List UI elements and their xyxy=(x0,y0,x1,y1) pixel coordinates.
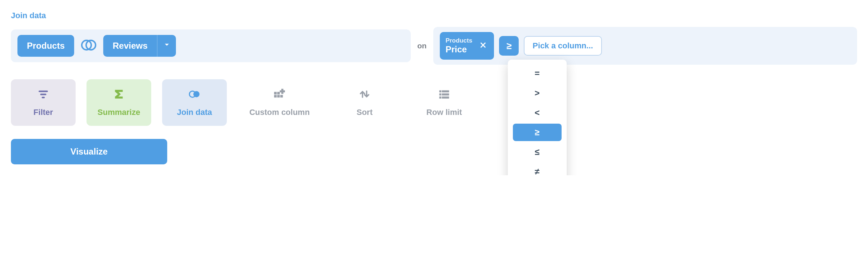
section-title: Join data xyxy=(11,11,857,20)
source-right-table-label: Reviews xyxy=(113,41,148,51)
sort-tile[interactable]: Sort xyxy=(332,79,397,126)
svg-rect-18 xyxy=(439,97,441,98)
svg-rect-19 xyxy=(442,97,449,98)
svg-rect-15 xyxy=(442,91,449,92)
svg-rect-10 xyxy=(277,95,280,97)
list-icon xyxy=(438,88,450,103)
operator-option-neq[interactable]: ≠ xyxy=(513,163,562,175)
join-condition-panel: Products Price ≥ Pick a column... = > < … xyxy=(433,27,857,65)
svg-rect-11 xyxy=(281,95,283,97)
condition-right-column-picker[interactable]: Pick a column... xyxy=(524,36,602,56)
row-limit-tile-label: Row limit xyxy=(426,108,462,117)
summarize-tile-label: Summarize xyxy=(97,108,140,117)
join-data-tile-label: Join data xyxy=(177,108,212,117)
pick-column-placeholder: Pick a column... xyxy=(533,41,593,51)
join-on-label: on xyxy=(417,41,427,50)
venn-icon xyxy=(81,37,97,55)
svg-rect-17 xyxy=(442,94,449,95)
operator-option-lte[interactable]: ≤ xyxy=(513,143,562,161)
svg-rect-9 xyxy=(274,95,277,97)
source-right-dropdown-button[interactable] xyxy=(157,35,176,57)
venn-icon xyxy=(188,88,201,103)
operator-option-gt[interactable]: > xyxy=(513,84,562,102)
operator-option-eq[interactable]: = xyxy=(513,65,562,82)
chevron-down-icon xyxy=(163,41,171,51)
svg-rect-2 xyxy=(39,91,48,92)
operator-dropdown-menu: = > < ≥ ≤ ≠ xyxy=(508,60,567,175)
svg-rect-7 xyxy=(274,92,277,94)
condition-operator-label: ≥ xyxy=(506,40,511,52)
sigma-icon xyxy=(113,88,125,103)
step-tiles-row: Filter Summarize Join data Custom column xyxy=(11,79,857,126)
filter-tile-label: Filter xyxy=(33,108,53,117)
operator-option-lt[interactable]: < xyxy=(513,104,562,121)
svg-rect-4 xyxy=(42,97,45,98)
svg-rect-13 xyxy=(280,91,285,92)
custom-column-tile-label: Custom column xyxy=(249,108,310,117)
join-sources-panel: Products Reviews xyxy=(11,29,411,62)
svg-point-6 xyxy=(193,91,200,97)
condition-operator-button[interactable]: ≥ xyxy=(499,36,519,56)
summarize-tile[interactable]: Summarize xyxy=(87,79,151,126)
svg-rect-14 xyxy=(439,91,441,92)
visualize-button[interactable]: Visualize xyxy=(11,139,167,164)
close-icon xyxy=(479,41,487,51)
svg-rect-8 xyxy=(277,92,280,94)
condition-left-column: Price xyxy=(446,44,473,55)
filter-tile[interactable]: Filter xyxy=(11,79,76,126)
sort-tile-label: Sort xyxy=(357,108,373,117)
condition-left-column-chip[interactable]: Products Price xyxy=(440,32,494,60)
join-type-selector[interactable] xyxy=(79,36,99,56)
source-left-table-chip[interactable]: Products xyxy=(17,35,74,57)
sort-icon xyxy=(358,88,371,103)
custom-column-tile[interactable]: Custom column xyxy=(238,79,321,126)
remove-left-column-button[interactable] xyxy=(478,41,488,51)
svg-rect-3 xyxy=(40,94,47,95)
source-left-table-label: Products xyxy=(27,41,65,51)
filter-icon xyxy=(37,88,49,103)
row-limit-tile[interactable]: Row limit xyxy=(408,79,481,126)
svg-rect-16 xyxy=(439,94,441,95)
source-right-table-chip[interactable]: Reviews xyxy=(103,35,176,57)
condition-left-table: Products xyxy=(446,37,473,44)
grid-plus-icon xyxy=(273,88,286,103)
join-config-row: Products Reviews on xyxy=(11,27,857,65)
operator-option-gte[interactable]: ≥ xyxy=(513,124,562,141)
join-data-tile[interactable]: Join data xyxy=(162,79,227,126)
